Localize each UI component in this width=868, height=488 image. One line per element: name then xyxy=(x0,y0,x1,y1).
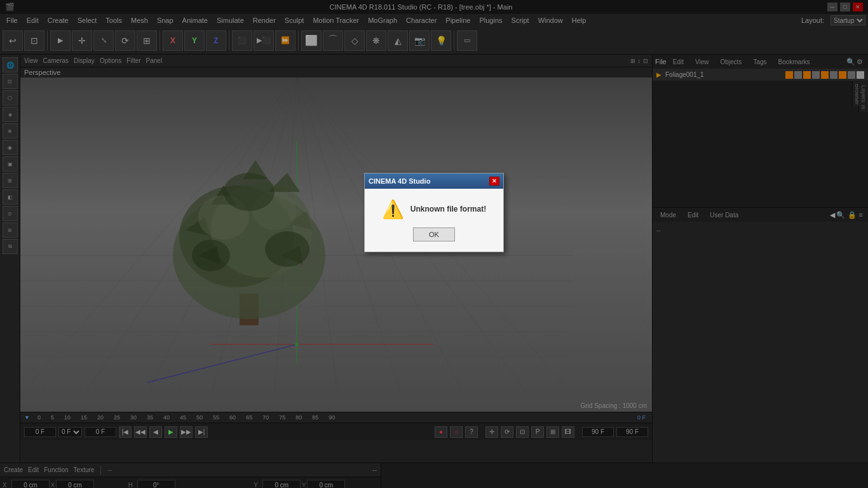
dialog-message: ⚠️ Unknown file format! xyxy=(382,199,486,220)
dialog-box: CINEMA 4D Studio ✕ ⚠️ Unknown file forma… xyxy=(364,173,504,252)
dialog-overlay: CINEMA 4D Studio ✕ ⚠️ Unknown file forma… xyxy=(0,0,868,488)
dialog-body: ⚠️ Unknown file format! OK xyxy=(365,189,503,252)
warning-icon: ⚠️ xyxy=(382,199,404,220)
dialog-titlebar: CINEMA 4D Studio ✕ xyxy=(365,173,503,189)
dialog-message-text: Unknown file format! xyxy=(410,205,486,214)
dialog-close-button[interactable]: ✕ xyxy=(489,177,499,186)
dialog-ok-button[interactable]: OK xyxy=(413,227,455,241)
dialog-title: CINEMA 4D Studio xyxy=(369,177,430,185)
